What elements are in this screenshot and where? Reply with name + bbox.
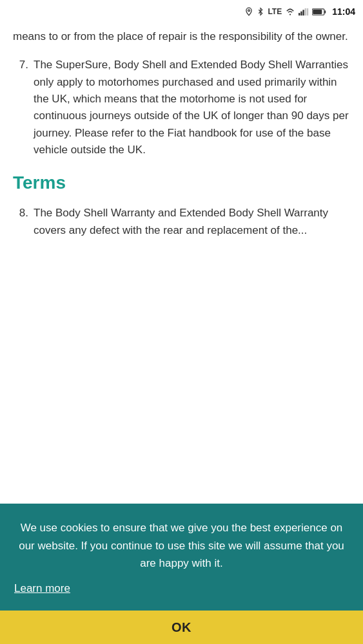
- ok-button-label: OK: [172, 620, 191, 635]
- svg-rect-2: [300, 11, 302, 15]
- status-time: 11:04: [332, 6, 355, 17]
- section-heading-terms: Terms: [13, 173, 350, 193]
- location-icon: [244, 7, 253, 16]
- list-number-8: 8.: [13, 205, 28, 239]
- wifi-icon: [285, 8, 295, 16]
- list-item-8: 8. The Body Shell Warranty and Extended …: [13, 205, 350, 239]
- list-text-7: The SuperSure, Body Shell and Extended B…: [34, 57, 350, 158]
- bluetooth-icon: [257, 7, 264, 16]
- status-icons: LTE 11:04: [244, 6, 355, 17]
- learn-more-link[interactable]: Learn more: [14, 580, 349, 598]
- svg-rect-5: [307, 8, 308, 15]
- ok-button[interactable]: OK: [0, 611, 363, 644]
- svg-rect-7: [324, 10, 326, 14]
- main-content: means to or from the place of repair is …: [0, 23, 363, 239]
- svg-point-0: [248, 10, 250, 12]
- signal-icon: [299, 8, 309, 16]
- svg-rect-8: [313, 9, 322, 14]
- list-number-7: 7.: [13, 57, 28, 158]
- svg-rect-4: [305, 8, 306, 15]
- list-text-8: The Body Shell Warranty and Extended Bod…: [34, 205, 350, 239]
- intro-text: means to or from the place of repair is …: [13, 28, 350, 45]
- svg-rect-1: [299, 13, 300, 15]
- cookie-message: We use cookies to ensure that we give yo…: [14, 519, 349, 572]
- status-bar: LTE 11:04: [0, 0, 363, 23]
- lte-label: LTE: [268, 7, 282, 16]
- cookie-banner: We use cookies to ensure that we give yo…: [0, 504, 363, 611]
- battery-icon: [312, 8, 326, 16]
- list-item-7: 7. The SuperSure, Body Shell and Extende…: [13, 57, 350, 158]
- svg-rect-3: [303, 10, 304, 15]
